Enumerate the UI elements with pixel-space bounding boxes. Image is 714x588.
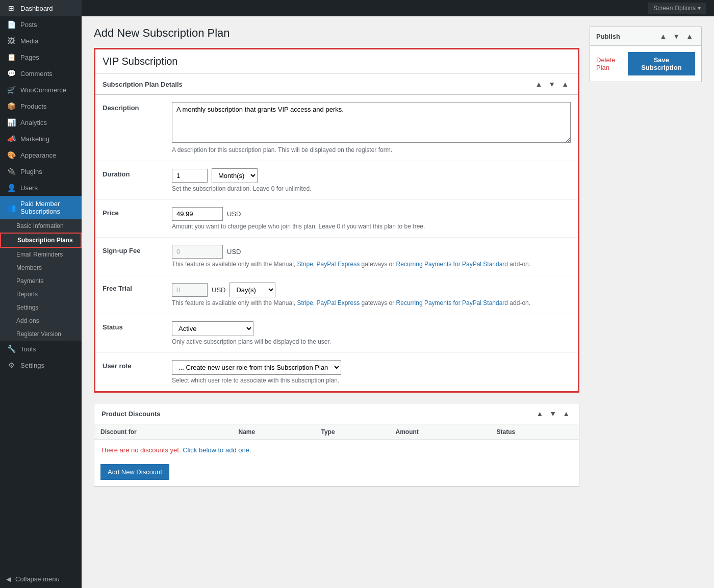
status-hint: Only active subscription plans will be d… [172,338,571,345]
sidebar-item-label: Dashboard [20,5,53,12]
publish-actions: Delete Plan Save Subscription [590,46,701,82]
sidebar-item-label: Products [20,103,46,110]
subnav-settings[interactable]: Settings [0,301,82,314]
add-new-discount-button[interactable]: Add New Discount [100,464,169,480]
signup-fee-label: Sign-up Fee [103,245,164,254]
sidebar-item-label: Settings [20,362,44,369]
signup-recurring-link[interactable]: Recurring Payments for PayPal Standard [396,261,508,268]
plan-name-input[interactable] [95,49,578,74]
analytics-icon: 📊 [6,118,16,126]
subnav-members[interactable]: Members [0,261,82,274]
status-row: Status Active Inactive Only active subsc… [95,314,578,353]
collapse-icon: ◀ [6,575,11,583]
free-trial-hint: This feature is available only with the … [172,299,571,306]
products-icon: 📦 [6,102,16,110]
duration-input[interactable] [172,169,208,183]
sidebar-item-appearance[interactable]: 🎨 Appearance [0,147,82,163]
signup-fee-input[interactable] [172,245,223,259]
duration-label: Duration [103,168,164,178]
subnav-email-reminders[interactable]: Email Reminders [0,248,82,261]
sidebar-item-label: Plugins [20,168,42,175]
page-title: Add New Subscription Plan [94,27,579,40]
publish-minimize-button[interactable]: ▲ [684,31,695,41]
subnav-payments[interactable]: Payments [0,274,82,288]
panel-minimize-button[interactable]: ▲ [559,79,571,89]
sidebar-item-plugins[interactable]: 🔌 Plugins [0,163,82,180]
delete-plan-link[interactable]: Delete Plan [596,56,628,71]
posts-icon: 📄 [6,20,16,29]
subscription-details-body: Description A monthly subscription that … [95,95,578,391]
panel-collapse-up-button[interactable]: ▲ [533,79,544,89]
user-role-select[interactable]: ... Create new user role from this Subsc… [172,360,341,375]
col-discount-for: Discount for [94,424,232,440]
subnav-basic-info[interactable]: Basic Information [0,219,82,233]
signup-paypal-link[interactable]: PayPal Express [317,261,360,268]
free-trial-input[interactable] [172,283,208,297]
publish-collapse-down-button[interactable]: ▼ [671,31,682,41]
sidebar-item-woocommerce[interactable]: 🛒 WooCommerce [0,82,82,98]
dashboard-icon: ⊞ [6,4,16,12]
sidebar-item-label: Posts [20,21,37,29]
free-trial-currency: USD [212,286,225,294]
sidebar-item-label: Tools [20,345,36,353]
users-icon: 👤 [6,184,16,192]
discounts-collapse-down-button[interactable]: ▼ [547,408,558,419]
free-trial-unit-select[interactable]: Day(s) Month(s) Year(s) [230,283,275,297]
collapse-label: Collapse menu [15,575,60,583]
click-below-link[interactable]: Click below to add one. [183,446,251,454]
pages-icon: 📋 [6,53,16,61]
duration-unit-select[interactable]: Day(s) Month(s) Year(s) [212,168,258,183]
panel-collapse-down-button[interactable]: ▼ [546,79,557,89]
trial-paypal-link[interactable]: PayPal Express [317,299,360,306]
product-discounts-body: Discount for Name Type Amount Status The… [94,424,579,486]
col-type: Type [315,424,389,440]
subnav-reports[interactable]: Reports [0,288,82,301]
save-subscription-button[interactable]: Save Subscription [628,52,695,75]
panel-controls: ▲ ▼ ▲ [533,79,571,89]
subscription-details-header: Subscription Plan Details ▲ ▼ ▲ [95,74,578,95]
description-label: Description [103,102,164,112]
sidebar-item-comments[interactable]: 💬 Comments [0,65,82,82]
duration-hint: Set the subscription duration. Leave 0 f… [172,185,571,192]
trial-stripe-link[interactable]: Stripe [297,299,313,306]
sidebar-item-label: WooCommerce [20,86,66,94]
sidebar-item-tools[interactable]: 🔧 Tools [0,341,82,357]
signup-stripe-link[interactable]: Stripe [297,261,313,268]
price-input[interactable] [172,207,223,221]
sidebar-item-pages[interactable]: 📋 Pages [0,49,82,65]
description-textarea[interactable]: A monthly subscription that grants VIP a… [172,102,571,143]
left-column: Add New Subscription Plan Subscription P… [94,27,579,578]
subnav-register-version[interactable]: Register Version [0,327,82,341]
sidebar-item-marketing[interactable]: 📣 Marketing [0,131,82,147]
subnav-subscription-plans[interactable]: Subscription Plans [0,233,82,248]
discounts-collapse-up-button[interactable]: ▲ [534,408,545,419]
free-trial-row: Free Trial USD Day(s) Month(s) Year(s) [95,275,578,314]
collapse-menu[interactable]: ◀ Collapse menu [0,570,82,588]
subscription-details-panel: Subscription Plan Details ▲ ▼ ▲ Descript… [94,48,579,393]
sidebar-item-posts[interactable]: 📄 Posts [0,16,82,33]
trial-recurring-link[interactable]: Recurring Payments for PayPal Standard [396,299,508,306]
discounts-minimize-button[interactable]: ▲ [560,408,572,419]
comments-icon: 💬 [6,69,16,78]
publish-title: Publish [596,33,620,40]
sidebar-item-settings[interactable]: ⚙ Settings [0,357,82,373]
sidebar-item-label: Analytics [20,119,47,126]
status-select[interactable]: Active Inactive [172,321,253,336]
sidebar-item-media[interactable]: 🖼 Media [0,33,82,49]
sidebar-item-dashboard[interactable]: ⊞ Dashboard [0,0,82,16]
free-trial-field: USD Day(s) Month(s) Year(s) This feature… [172,283,571,306]
price-currency: USD [227,210,241,218]
plugins-icon: 🔌 [6,167,16,175]
subnav-add-ons[interactable]: Add-ons [0,314,82,327]
screen-options-button[interactable]: Screen Options ▾ [648,3,706,14]
col-amount: Amount [390,424,491,440]
sidebar-item-users[interactable]: 👤 Users [0,180,82,196]
sidebar-item-analytics[interactable]: 📊 Analytics [0,114,82,131]
sidebar-item-paid-member-subscriptions[interactable]: 👥 Paid Member Subscriptions [0,196,82,219]
publish-header: Publish ▲ ▼ ▲ [590,27,701,46]
col-status: Status [491,424,579,440]
sidebar-item-products[interactable]: 📦 Products [0,98,82,114]
product-discounts-header: Product Discounts ▲ ▼ ▲ [94,403,579,424]
publish-collapse-up-button[interactable]: ▲ [657,31,669,41]
pms-subnav: Basic Information Subscription Plans Ema… [0,219,82,341]
